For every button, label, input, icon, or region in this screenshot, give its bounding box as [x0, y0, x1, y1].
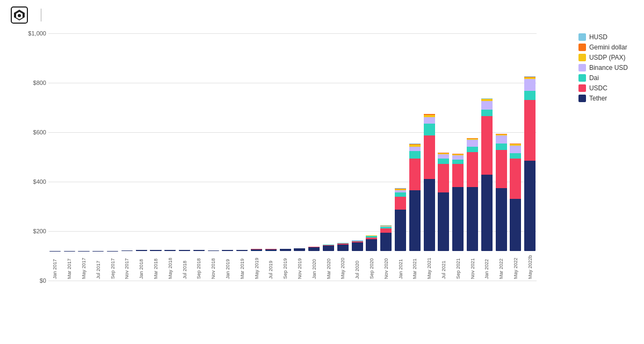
bar-segment-tether [308, 247, 320, 251]
bar-group: Sep 2020 [365, 33, 379, 251]
bar-segment-tether [337, 245, 349, 251]
bar-group: Jan 2018 [135, 33, 148, 251]
bar-group: Sep 2019 [279, 33, 292, 251]
bar-stack [524, 76, 536, 251]
y-tick-label: $600 [24, 129, 46, 135]
x-tick-label: Mar 2020 [326, 252, 331, 279]
x-tick-label: Sep 2018 [196, 252, 201, 279]
bar-segment-tether [409, 190, 421, 251]
bar-segment-dai [395, 192, 406, 197]
legend-color-box [578, 54, 586, 61]
bar-segment-tether [164, 250, 176, 251]
bar-segment-tether [323, 246, 334, 251]
bar-group: Sep 2017 [106, 33, 119, 251]
legend-item: USDP (PAX) [578, 54, 628, 61]
bar-segment-usdc [524, 100, 536, 161]
bar-group: May 2018 [163, 33, 177, 251]
x-tick-label: Nov 2017 [124, 252, 129, 279]
x-tick-label: Nov 2019 [297, 252, 302, 279]
bar-stack [337, 243, 349, 251]
bar-stack [236, 250, 248, 251]
bar-segment-tether [524, 161, 536, 251]
bar-segment-dai [438, 159, 449, 164]
bar-segment-busd [409, 147, 421, 151]
x-tick-label: Jan 2019 [225, 252, 230, 279]
grid-and-bars: $1,000$800$600$400$200$0 Jan 2017Mar 201… [48, 33, 537, 281]
x-tick-label: May 2017 [81, 252, 86, 279]
bar-segment-busd [510, 146, 521, 153]
bar-group: Nov 2021 [466, 33, 479, 251]
bar-stack [467, 138, 478, 251]
bar-stack [380, 225, 392, 251]
legend-label: Dai [589, 74, 599, 82]
chart-inner: HUSDGemini dollarUSDP (PAX)Binance USDDa… [23, 28, 633, 313]
bar-stack [323, 244, 334, 251]
bar-group: Mar 2018 [149, 33, 163, 251]
bar-group: Sep 2018 [192, 33, 206, 251]
x-tick-label: Jul 2021 [441, 252, 446, 279]
bar-segment-busd [424, 117, 435, 124]
bar-group: May 2022b [523, 33, 537, 251]
header [11, 6, 633, 24]
bar-group: Jul 2018 [178, 33, 191, 251]
logo [11, 6, 32, 24]
bar-segment-usdc [438, 164, 449, 192]
y-tick-label: $200 [24, 228, 46, 234]
bar-group: Jan 2017 [48, 33, 62, 251]
bar-segment-busd [467, 140, 478, 146]
x-tick-label: Mar 2017 [67, 252, 72, 279]
bar-segment-tether [208, 250, 219, 251]
bar-segment-dai [496, 144, 507, 150]
bar-segment-tether [150, 250, 161, 251]
x-tick-label: Sep 2021 [455, 252, 461, 279]
bar-stack [193, 250, 205, 251]
bar-segment-usdc [481, 116, 493, 175]
x-tick-label: Mar 2022 [498, 252, 504, 279]
x-tick-label: May 2018 [168, 252, 173, 279]
bar-segment-busd [524, 79, 536, 91]
chart-area: HUSDGemini dollarUSDP (PAX)Binance USDDa… [11, 28, 633, 313]
x-tick-label: Jan 2021 [398, 252, 403, 279]
bar-segment-tether [366, 239, 377, 251]
bar-group: Nov 2019 [293, 33, 307, 251]
bar-stack [136, 250, 147, 251]
bar-group: Jul 2017 [91, 33, 105, 251]
bar-group: Mar 2021 [408, 33, 422, 251]
legend-label: USDP (PAX) [589, 54, 626, 61]
x-tick-label: Mar 2018 [153, 252, 158, 279]
x-tick-label: Nov 2020 [383, 252, 389, 279]
bar-stack [164, 250, 176, 251]
bar-stack [179, 250, 190, 251]
bar-group: Nov 2018 [207, 33, 220, 251]
legend-label: Tether [589, 95, 607, 102]
bar-segment-usdc [395, 197, 406, 210]
bar-segment-usdc [380, 228, 392, 232]
legend-color-box [578, 84, 586, 92]
x-tick-label: May 2019 [254, 252, 259, 279]
y-tick-label: $800 [24, 80, 46, 86]
bar-segment-tether [481, 175, 493, 251]
x-tick-label: Jan 2022 [484, 252, 489, 279]
bar-stack [150, 250, 161, 251]
legend: HUSDGemini dollarUSDP (PAX)Binance USDDa… [578, 33, 628, 102]
bar-segment-usdc [496, 150, 507, 188]
y-axis-label [11, 28, 23, 313]
bar-stack [208, 250, 219, 251]
legend-color-box [578, 33, 586, 41]
legend-item: USDC [578, 84, 628, 92]
legend-color-box [578, 44, 586, 51]
bar-group: Nov 2017 [120, 33, 134, 251]
bar-group: May 2022 [509, 33, 523, 251]
bar-stack [496, 134, 507, 251]
bar-segment-busd [496, 135, 507, 143]
bar-segment-dai [467, 147, 478, 152]
bar-segment-tether [193, 250, 205, 251]
bar-segment-tether [380, 233, 392, 251]
bar-group: Mar 2020 [322, 33, 335, 251]
x-tick-label: Sep 2019 [283, 252, 288, 279]
bar-segment-tether [438, 192, 449, 251]
bar-segment-tether [280, 249, 291, 251]
logo-icon [11, 6, 28, 24]
x-tick-label: Mar 2019 [240, 252, 245, 279]
legend-item: HUSD [578, 33, 628, 41]
